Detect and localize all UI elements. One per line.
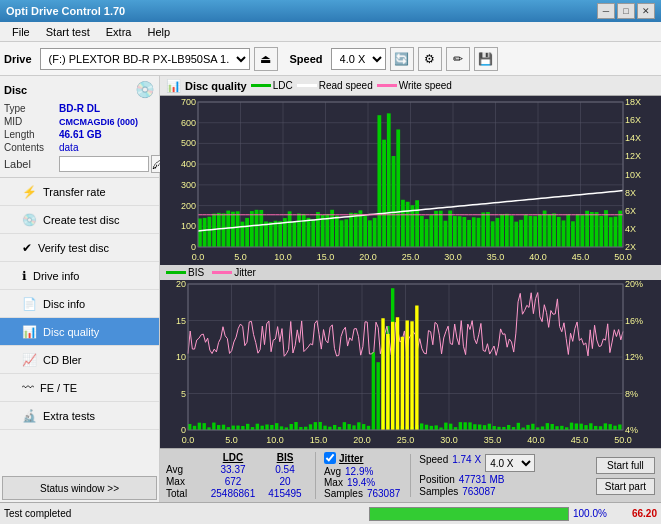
- window-controls: ─ □ ✕: [597, 3, 655, 19]
- menu-start-test[interactable]: Start test: [38, 24, 98, 40]
- chart-icon: 📊: [166, 79, 181, 93]
- mid-label: MID: [4, 116, 59, 127]
- ldc-label: LDC: [273, 80, 293, 91]
- bottom-bar: Test completed 100.0% 66.20: [0, 502, 661, 524]
- settings-button[interactable]: ⚙: [418, 47, 442, 71]
- nav-fe-te[interactable]: 〰 FE / TE: [0, 374, 159, 402]
- ldc-color: [251, 84, 271, 87]
- chart1-canvas: [160, 96, 661, 265]
- drive-label: Drive: [4, 53, 32, 65]
- chart-header: 📊 Disc quality LDC Read speed Write spee…: [160, 76, 661, 96]
- score-value: 66.20: [617, 508, 657, 519]
- transfer-rate-icon: ⚡: [22, 185, 37, 199]
- speed-section: Speed 1.74 X 4.0 X Position 47731 MB Sam…: [410, 454, 535, 497]
- legend-write-speed: Write speed: [377, 80, 452, 91]
- legend-ldc: LDC: [251, 80, 293, 91]
- maximize-button[interactable]: □: [617, 3, 635, 19]
- toolbar: Drive (F:) PLEXTOR BD-R PX-LB950SA 1.06 …: [0, 42, 661, 76]
- chart2-wrapper: [160, 280, 661, 448]
- disc-title: Disc: [4, 84, 27, 96]
- read-speed-label: Read speed: [319, 80, 373, 91]
- edit-button[interactable]: ✏: [446, 47, 470, 71]
- stats-bar: LDC BIS Avg 33.37 0.54 Max 672 20 Total …: [160, 448, 661, 502]
- status-window-button[interactable]: Status window >>: [2, 476, 157, 500]
- nav-disc-info-label: Disc info: [43, 298, 85, 310]
- charts-area: BIS Jitter: [160, 96, 661, 448]
- drive-select[interactable]: (F:) PLEXTOR BD-R PX-LB950SA 1.06: [40, 48, 250, 70]
- cd-bler-icon: 📈: [22, 353, 37, 367]
- menu-help[interactable]: Help: [139, 24, 178, 40]
- bis-col-header: BIS: [265, 452, 305, 463]
- nav-drive-info-label: Drive info: [33, 270, 79, 282]
- start-part-button[interactable]: Start part: [596, 478, 655, 495]
- nav-disc-info[interactable]: 📄 Disc info: [0, 290, 159, 318]
- write-speed-label: Write speed: [399, 80, 452, 91]
- refresh-button[interactable]: 🔄: [390, 47, 414, 71]
- jitter-max-label: Max: [324, 477, 343, 488]
- nav-verify-test-disc[interactable]: ✔ Verify test disc: [0, 234, 159, 262]
- max-row-label: Max: [166, 476, 201, 487]
- chart1-wrapper: [160, 96, 661, 265]
- jitter-label: Jitter: [234, 267, 256, 278]
- nav-extra-tests[interactable]: 🔬 Extra tests: [0, 402, 159, 430]
- disc-info-icon: 📄: [22, 297, 37, 311]
- save-button[interactable]: 💾: [474, 47, 498, 71]
- verify-test-disc-icon: ✔: [22, 241, 32, 255]
- samples-label: Samples: [324, 488, 363, 499]
- speed-text-val: 1.74 X: [452, 454, 481, 472]
- jitter-header: Jitter: [339, 453, 363, 464]
- menu-extra[interactable]: Extra: [98, 24, 140, 40]
- nav-fe-te-label: FE / TE: [40, 382, 77, 394]
- samples2-val: 763087: [462, 486, 495, 497]
- bis-label: BIS: [188, 267, 204, 278]
- total-bis-val: 415495: [265, 488, 305, 499]
- nav-disc-quality[interactable]: 📊 Disc quality: [0, 318, 159, 346]
- speed-dropdown[interactable]: 4.0 X: [485, 454, 535, 472]
- disc-section: Disc 💿 Type BD-R DL MID CMCMAGDI6 (000) …: [0, 76, 159, 178]
- length-label: Length: [4, 129, 59, 140]
- jitter-max-val: 19.4%: [347, 477, 375, 488]
- drive-info-icon: ℹ: [22, 269, 27, 283]
- menu-file[interactable]: File: [4, 24, 38, 40]
- left-panel: Disc 💿 Type BD-R DL MID CMCMAGDI6 (000) …: [0, 76, 160, 502]
- main-layout: Disc 💿 Type BD-R DL MID CMCMAGDI6 (000) …: [0, 76, 661, 502]
- label-label: Label: [4, 158, 59, 170]
- disc-quality-icon: 📊: [22, 325, 37, 339]
- type-label: Type: [4, 103, 59, 114]
- label-input[interactable]: [59, 156, 149, 172]
- empty-header: [166, 452, 201, 463]
- nav-drive-info[interactable]: ℹ Drive info: [0, 262, 159, 290]
- fe-te-icon: 〰: [22, 381, 34, 395]
- jitter-avg-val: 12.9%: [345, 466, 373, 477]
- avg-bis-val: 0.54: [265, 464, 305, 475]
- chart2-canvas: [160, 280, 661, 448]
- nav-create-test-disc[interactable]: 💿 Create test disc: [0, 206, 159, 234]
- app-title: Opti Drive Control 1.70: [6, 5, 125, 17]
- close-button[interactable]: ✕: [637, 3, 655, 19]
- avg-ldc-val: 33.37: [203, 464, 263, 475]
- nav-transfer-rate[interactable]: ⚡ Transfer rate: [0, 178, 159, 206]
- create-test-disc-icon: 💿: [22, 213, 37, 227]
- nav-verify-test-disc-label: Verify test disc: [38, 242, 109, 254]
- start-full-button[interactable]: Start full: [596, 457, 655, 474]
- progress-bar: [369, 507, 569, 521]
- minimize-button[interactable]: ─: [597, 3, 615, 19]
- speed-select[interactable]: 4.0 X: [331, 48, 386, 70]
- nav-cd-bler[interactable]: 📈 CD Bler: [0, 346, 159, 374]
- menu-bar: File Start test Extra Help: [0, 22, 661, 42]
- bis-color: [166, 271, 186, 274]
- nav-disc-quality-label: Disc quality: [43, 326, 99, 338]
- nav-cd-bler-label: CD Bler: [43, 354, 82, 366]
- ldc-col-header: LDC: [203, 452, 263, 463]
- nav-extra-tests-label: Extra tests: [43, 410, 95, 422]
- nav-transfer-rate-label: Transfer rate: [43, 186, 106, 198]
- eject-button[interactable]: ⏏: [254, 47, 278, 71]
- total-row-label: Total: [166, 488, 201, 499]
- write-speed-color: [377, 84, 397, 87]
- total-ldc-val: 25486861: [203, 488, 263, 499]
- disc-icon: 💿: [135, 80, 155, 99]
- avg-row-label: Avg: [166, 464, 201, 475]
- jitter-checkbox[interactable]: [324, 452, 336, 464]
- length-value: 46.61 GB: [59, 129, 102, 140]
- jitter-avg-label: Avg: [324, 466, 341, 477]
